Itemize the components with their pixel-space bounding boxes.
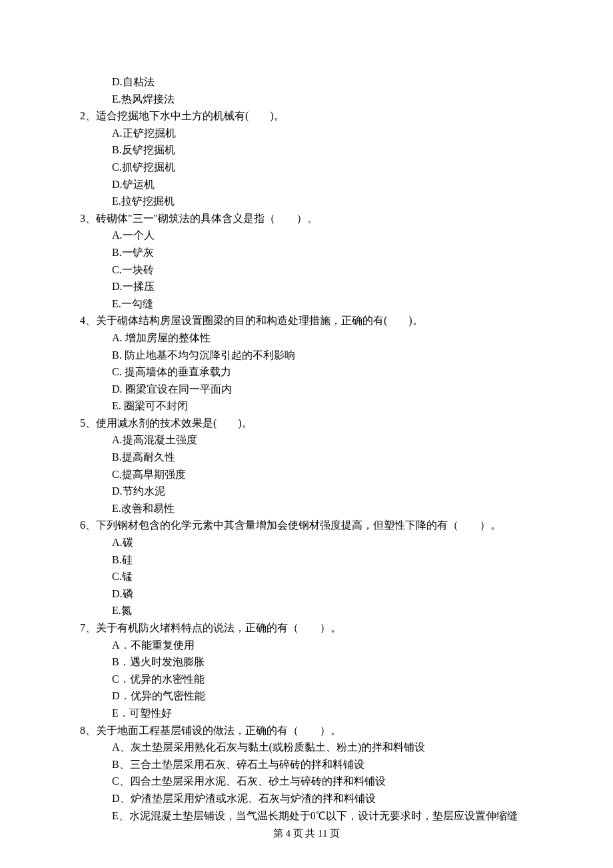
answer-option: A. 增加房屋的整体性 — [112, 329, 533, 347]
answer-option: B. 防止地基不均匀沉降引起的不利影响 — [112, 347, 533, 364]
answer-option: E. 圈梁可不封闭 — [112, 397, 533, 415]
page-footer: 第 4 页 共 11 页 — [0, 825, 613, 841]
answer-option: B.反铲挖掘机 — [112, 141, 533, 159]
answer-option: D.铲运机 — [112, 176, 533, 193]
answer-option: A．不能重复使用 — [112, 637, 533, 654]
answer-option: D. 圈梁宜设在同一平面内 — [112, 381, 533, 398]
answer-option: D.自粘法 — [112, 73, 533, 91]
answer-option: D.磷 — [112, 585, 533, 603]
answer-option: E.拉铲挖掘机 — [112, 193, 533, 210]
answer-option: B．遇火时发泡膨胀 — [112, 653, 533, 671]
answer-option: E．可塑性好 — [112, 705, 533, 722]
answer-option: E.改善和易性 — [112, 500, 533, 517]
answer-option: D.一揉压 — [112, 278, 533, 295]
answer-option: D.节约水泥 — [112, 483, 533, 500]
question-stem: 2、适合挖掘地下水中土方的机械有( )。 — [80, 107, 533, 125]
question-stem: 4、关于砌体结构房屋设置圈梁的目的和构造处理措施，正确的有( )。 — [80, 312, 533, 329]
answer-option: C、四合土垫层采用水泥、石灰、砂土与碎砖的拌和料铺设 — [112, 773, 533, 790]
answer-option: E.一勾缝 — [112, 295, 533, 313]
answer-option: D、炉渣垫层采用炉渣或水泥、石灰与炉渣的拌和料铺设 — [112, 790, 533, 807]
question-stem: 7、关于有机防火堵料特点的说法，正确的有（ ）。 — [80, 619, 533, 637]
answer-option: E.热风焊接法 — [112, 91, 533, 108]
answer-option: A.正铲挖掘机 — [112, 125, 533, 142]
answer-option: C．优异的水密性能 — [112, 671, 533, 688]
question-stem: 3、砖砌体"三一"砌筑法的具体含义是指（ ）。 — [80, 210, 533, 227]
answer-option: B.硅 — [112, 551, 533, 569]
answer-option: B.提高耐久性 — [112, 449, 533, 466]
answer-option: B、三合土垫层采用石灰、碎石土与碎砖的拌和料铺设 — [112, 756, 533, 773]
answer-option: C.锰 — [112, 568, 533, 585]
question-stem: 8、关于地面工程基层铺设的做法，正确的有（ ）。 — [80, 722, 533, 739]
answer-option: C.抓铲挖掘机 — [112, 159, 533, 176]
document-page: D.自粘法E.热风焊接法2、适合挖掘地下水中土方的机械有( )。A.正铲挖掘机B… — [0, 0, 613, 868]
answer-option: E、水泥混凝土垫层铺设，当气温长期处于0℃以下，设计无要求时，垫层应设置伸缩缝 — [112, 807, 533, 825]
page-content: D.自粘法E.热风焊接法2、适合挖掘地下水中土方的机械有( )。A.正铲挖掘机B… — [80, 73, 533, 824]
answer-option: C. 提高墙体的垂直承载力 — [112, 363, 533, 381]
answer-option: A.碳 — [112, 534, 533, 551]
answer-option: C.一块砖 — [112, 261, 533, 279]
answer-option: A.一个人 — [112, 227, 533, 244]
answer-option: D．优异的气密性能 — [112, 687, 533, 705]
answer-option: C.提高早期强度 — [112, 466, 533, 483]
answer-option: A、灰土垫层采用熟化石灰与黏土(或粉质黏土、粉土)的拌和料铺设 — [112, 739, 533, 756]
answer-option: E.氮 — [112, 602, 533, 619]
question-stem: 6、下列钢材包含的化学元素中其含量增加会使钢材强度提高，但塑性下降的有（ ）。 — [80, 517, 533, 534]
question-stem: 5、使用减水剂的技术效果是( )。 — [80, 415, 533, 432]
answer-option: B.一铲灰 — [112, 244, 533, 261]
answer-option: A.提高混凝土强度 — [112, 431, 533, 449]
